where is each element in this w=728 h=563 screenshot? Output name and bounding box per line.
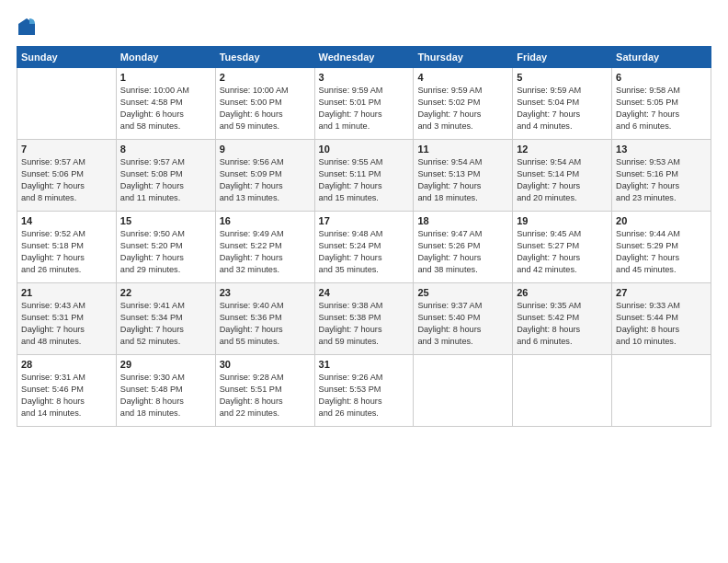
header-friday: Friday (513, 47, 612, 68)
day-number: 23 (220, 287, 311, 298)
week-row-0: 1Sunrise: 10:00 AM Sunset: 4:58 PM Dayli… (17, 68, 711, 140)
header-monday: Monday (116, 47, 215, 68)
day-number: 22 (120, 287, 211, 298)
day-cell: 15Sunrise: 9:50 AM Sunset: 5:20 PM Dayli… (116, 212, 215, 283)
day-cell: 1Sunrise: 10:00 AM Sunset: 4:58 PM Dayli… (116, 68, 215, 140)
day-cell: 6Sunrise: 9:58 AM Sunset: 5:05 PM Daylig… (612, 68, 711, 140)
day-cell: 26Sunrise: 9:35 AM Sunset: 5:42 PM Dayli… (513, 283, 612, 355)
day-number: 14 (21, 215, 112, 226)
day-number: 27 (616, 287, 707, 298)
day-info: Sunrise: 9:37 AM Sunset: 5:40 PM Dayligh… (417, 300, 508, 348)
day-cell: 31Sunrise: 9:26 AM Sunset: 5:53 PM Dayli… (314, 355, 414, 427)
day-info: Sunrise: 9:49 AM Sunset: 5:22 PM Dayligh… (220, 228, 311, 276)
day-cell: 4Sunrise: 9:59 AM Sunset: 5:02 PM Daylig… (414, 68, 513, 140)
header-sunday: Sunday (17, 47, 117, 68)
day-cell: 3Sunrise: 9:59 AM Sunset: 5:01 PM Daylig… (314, 68, 414, 140)
day-number: 5 (517, 72, 608, 83)
day-info: Sunrise: 9:57 AM Sunset: 5:08 PM Dayligh… (120, 156, 211, 204)
day-number: 4 (417, 72, 508, 83)
day-info: Sunrise: 9:26 AM Sunset: 5:53 PM Dayligh… (319, 372, 410, 419)
day-info: Sunrise: 9:47 AM Sunset: 5:26 PM Dayligh… (417, 228, 508, 276)
day-cell (414, 355, 513, 427)
header-thursday: Thursday (414, 47, 513, 68)
day-cell: 2Sunrise: 10:00 AM Sunset: 5:00 PM Dayli… (215, 68, 314, 140)
day-info: Sunrise: 9:31 AM Sunset: 5:46 PM Dayligh… (21, 372, 112, 419)
day-info: Sunrise: 9:59 AM Sunset: 5:01 PM Dayligh… (319, 85, 410, 132)
day-info: Sunrise: 10:00 AM Sunset: 5:00 PM Daylig… (220, 85, 311, 132)
day-cell: 27Sunrise: 9:33 AM Sunset: 5:44 PM Dayli… (612, 283, 711, 355)
day-number: 11 (417, 144, 508, 155)
day-info: Sunrise: 9:44 AM Sunset: 5:29 PM Dayligh… (616, 228, 707, 276)
calendar: SundayMondayTuesdayWednesdayThursdayFrid… (17, 46, 711, 427)
day-cell: 5Sunrise: 9:59 AM Sunset: 5:04 PM Daylig… (513, 68, 612, 140)
day-info: Sunrise: 9:33 AM Sunset: 5:44 PM Dayligh… (616, 300, 707, 348)
day-number: 8 (120, 144, 211, 155)
day-cell: 20Sunrise: 9:44 AM Sunset: 5:29 PM Dayli… (612, 212, 711, 283)
day-info: Sunrise: 9:56 AM Sunset: 5:09 PM Dayligh… (220, 156, 311, 204)
day-number: 31 (319, 359, 410, 370)
day-number: 24 (319, 287, 410, 298)
day-info: Sunrise: 9:48 AM Sunset: 5:24 PM Dayligh… (319, 228, 410, 276)
header-saturday: Saturday (612, 47, 711, 68)
day-cell: 13Sunrise: 9:53 AM Sunset: 5:16 PM Dayli… (612, 140, 711, 212)
day-info: Sunrise: 9:38 AM Sunset: 5:38 PM Dayligh… (319, 300, 410, 348)
day-number: 17 (319, 215, 410, 226)
day-info: Sunrise: 9:59 AM Sunset: 5:04 PM Dayligh… (517, 85, 608, 132)
day-cell: 18Sunrise: 9:47 AM Sunset: 5:26 PM Dayli… (414, 212, 513, 283)
week-row-2: 14Sunrise: 9:52 AM Sunset: 5:18 PM Dayli… (17, 212, 711, 283)
day-cell: 14Sunrise: 9:52 AM Sunset: 5:18 PM Dayli… (17, 212, 117, 283)
header-tuesday: Tuesday (215, 47, 314, 68)
day-number: 3 (319, 72, 410, 83)
day-cell (513, 355, 612, 427)
day-cell: 25Sunrise: 9:37 AM Sunset: 5:40 PM Dayli… (414, 283, 513, 355)
day-info: Sunrise: 9:55 AM Sunset: 5:11 PM Dayligh… (319, 156, 410, 204)
day-info: Sunrise: 9:57 AM Sunset: 5:06 PM Dayligh… (21, 156, 112, 204)
day-cell: 12Sunrise: 9:54 AM Sunset: 5:14 PM Dayli… (513, 140, 612, 212)
day-cell: 16Sunrise: 9:49 AM Sunset: 5:22 PM Dayli… (215, 212, 314, 283)
day-number: 1 (120, 72, 211, 83)
day-number: 6 (616, 72, 707, 83)
day-info: Sunrise: 9:43 AM Sunset: 5:31 PM Dayligh… (21, 300, 112, 348)
day-cell: 9Sunrise: 9:56 AM Sunset: 5:09 PM Daylig… (215, 140, 314, 212)
day-info: Sunrise: 10:00 AM Sunset: 4:58 PM Daylig… (120, 85, 211, 132)
header (17, 17, 711, 37)
day-cell: 7Sunrise: 9:57 AM Sunset: 5:06 PM Daylig… (17, 140, 117, 212)
day-cell: 28Sunrise: 9:31 AM Sunset: 5:46 PM Dayli… (17, 355, 117, 427)
logo (17, 17, 40, 37)
day-number: 15 (120, 215, 211, 226)
day-info: Sunrise: 9:54 AM Sunset: 5:13 PM Dayligh… (417, 156, 508, 204)
day-info: Sunrise: 9:30 AM Sunset: 5:48 PM Dayligh… (120, 372, 211, 419)
day-number: 18 (417, 215, 508, 226)
day-info: Sunrise: 9:41 AM Sunset: 5:34 PM Dayligh… (120, 300, 211, 348)
day-cell: 23Sunrise: 9:40 AM Sunset: 5:36 PM Dayli… (215, 283, 314, 355)
day-number: 29 (120, 359, 211, 370)
day-number: 19 (517, 215, 608, 226)
day-info: Sunrise: 9:53 AM Sunset: 5:16 PM Dayligh… (616, 156, 707, 204)
day-number: 20 (616, 215, 707, 226)
header-row: SundayMondayTuesdayWednesdayThursdayFrid… (17, 47, 711, 68)
day-number: 30 (220, 359, 311, 370)
day-number: 2 (220, 72, 311, 83)
calendar-header: SundayMondayTuesdayWednesdayThursdayFrid… (17, 47, 711, 68)
day-cell: 17Sunrise: 9:48 AM Sunset: 5:24 PM Dayli… (314, 212, 414, 283)
week-row-1: 7Sunrise: 9:57 AM Sunset: 5:06 PM Daylig… (17, 140, 711, 212)
calendar-body: 1Sunrise: 10:00 AM Sunset: 4:58 PM Dayli… (17, 68, 711, 427)
day-number: 7 (21, 144, 112, 155)
header-wednesday: Wednesday (314, 47, 414, 68)
logo-icon (17, 17, 37, 37)
day-number: 16 (220, 215, 311, 226)
week-row-4: 28Sunrise: 9:31 AM Sunset: 5:46 PM Dayli… (17, 355, 711, 427)
day-cell (17, 68, 117, 140)
day-number: 13 (616, 144, 707, 155)
page: SundayMondayTuesdayWednesdayThursdayFrid… (0, 0, 728, 563)
week-row-3: 21Sunrise: 9:43 AM Sunset: 5:31 PM Dayli… (17, 283, 711, 355)
day-info: Sunrise: 9:59 AM Sunset: 5:02 PM Dayligh… (417, 85, 508, 132)
day-cell: 30Sunrise: 9:28 AM Sunset: 5:51 PM Dayli… (215, 355, 314, 427)
day-cell: 11Sunrise: 9:54 AM Sunset: 5:13 PM Dayli… (414, 140, 513, 212)
day-cell: 21Sunrise: 9:43 AM Sunset: 5:31 PM Dayli… (17, 283, 117, 355)
day-cell: 29Sunrise: 9:30 AM Sunset: 5:48 PM Dayli… (116, 355, 215, 427)
day-number: 21 (21, 287, 112, 298)
day-info: Sunrise: 9:45 AM Sunset: 5:27 PM Dayligh… (517, 228, 608, 276)
day-info: Sunrise: 9:54 AM Sunset: 5:14 PM Dayligh… (517, 156, 608, 204)
day-info: Sunrise: 9:35 AM Sunset: 5:42 PM Dayligh… (517, 300, 608, 348)
